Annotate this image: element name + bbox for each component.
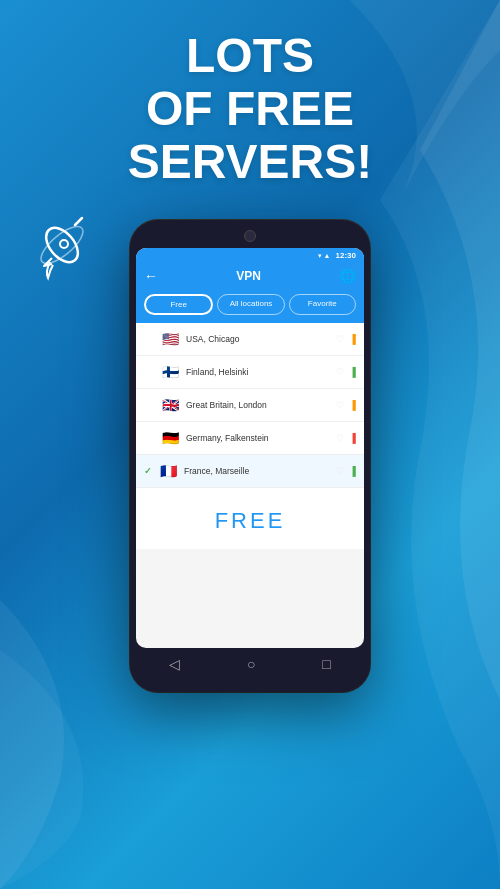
app-header: ← VPN 🌐 <box>136 263 364 289</box>
tab-bar: Free All locations Favorite <box>136 289 364 323</box>
tab-all-locations[interactable]: All locations <box>217 294 284 315</box>
phone-camera <box>244 230 256 242</box>
heart-icon-finland[interactable]: ♡ <box>336 367 344 377</box>
status-time: 12:30 <box>336 251 356 260</box>
phone-nav-bar: ◁ ○ □ <box>136 648 364 676</box>
svg-point-2 <box>36 221 89 270</box>
server-item-usa[interactable]: 🇺🇸 USA, Chicago ♡ ▐ <box>136 323 364 356</box>
rocket-icon <box>20 210 100 290</box>
flag-france: 🇫🇷 <box>158 463 178 479</box>
server-name-france: France, Marseille <box>184 466 330 476</box>
tab-favorite[interactable]: Favorite <box>289 294 356 315</box>
tab-free[interactable]: Free <box>144 294 213 315</box>
header-section: Lots of free servers! <box>0 30 500 188</box>
nav-back-button[interactable]: ◁ <box>169 656 180 672</box>
heart-icon-france[interactable]: ♡ <box>336 466 344 476</box>
nav-recent-button[interactable]: □ <box>322 656 330 672</box>
server-name-finland: Finland, Helsinki <box>186 367 330 377</box>
server-name-germany: Germany, Falkenstein <box>186 433 330 443</box>
server-item-germany[interactable]: 🇩🇪 Germany, Falkenstein ♡ ▐ <box>136 422 364 455</box>
svg-point-1 <box>60 240 68 248</box>
server-name-usa: USA, Chicago <box>186 334 330 344</box>
heart-icon-germany[interactable]: ♡ <box>336 433 344 443</box>
signal-germany: ▐ <box>350 433 356 443</box>
phone-screen: ▾ ▲ 12:30 ← VPN 🌐 Free All locations <box>136 248 364 648</box>
server-item-finland[interactable]: 🇫🇮 Finland, Helsinki ♡ ▐ <box>136 356 364 389</box>
status-bar: ▾ ▲ 12:30 <box>136 248 364 263</box>
signal-usa: ▐ <box>350 334 356 344</box>
flag-gb: 🇬🇧 <box>160 397 180 413</box>
back-button[interactable]: ← <box>144 268 158 284</box>
svg-point-0 <box>40 222 84 268</box>
app-title: VPN <box>236 269 261 283</box>
server-list: 🇺🇸 USA, Chicago ♡ ▐ 🇫🇮 Finland, Helsinki… <box>136 323 364 488</box>
free-label: FREE <box>136 508 364 534</box>
server-item-gb[interactable]: 🇬🇧 Great Britain, London ♡ ▐ <box>136 389 364 422</box>
wifi-icon: ▾ <box>318 252 322 260</box>
signal-gb: ▐ <box>350 400 356 410</box>
free-area: FREE <box>136 488 364 549</box>
phone-mockup: ▾ ▲ 12:30 ← VPN 🌐 Free All locations <box>130 220 370 692</box>
flag-usa: 🇺🇸 <box>160 331 180 347</box>
flag-finland: 🇫🇮 <box>160 364 180 380</box>
server-name-gb: Great Britain, London <box>186 400 330 410</box>
heart-icon-usa[interactable]: ♡ <box>336 334 344 344</box>
globe-icon[interactable]: 🌐 <box>339 268 356 284</box>
flag-germany: 🇩🇪 <box>160 430 180 446</box>
checkmark-france: ✓ <box>144 466 152 476</box>
server-item-france[interactable]: ✓ 🇫🇷 France, Marseille ♡ ▐ <box>136 455 364 488</box>
heart-icon-gb[interactable]: ♡ <box>336 400 344 410</box>
signal-france: ▐ <box>350 466 356 476</box>
signal-finland: ▐ <box>350 367 356 377</box>
header-title: Lots of free servers! <box>0 30 500 188</box>
signal-icon: ▲ <box>324 252 331 259</box>
phone-body: ▾ ▲ 12:30 ← VPN 🌐 Free All locations <box>130 220 370 692</box>
nav-home-button[interactable]: ○ <box>247 656 255 672</box>
status-icons: ▾ ▲ <box>318 252 331 260</box>
